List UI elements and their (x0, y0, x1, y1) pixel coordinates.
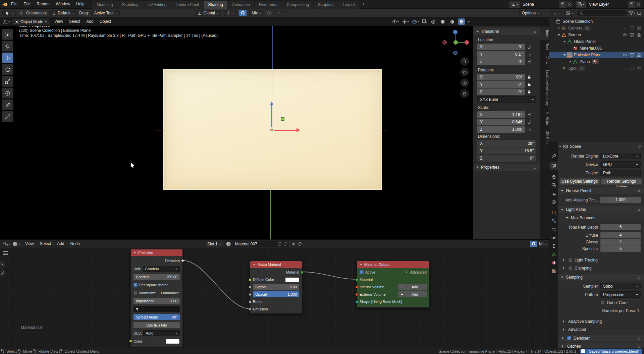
transform-panel-header[interactable]: Transform (474, 28, 540, 35)
mode-select[interactable]: Object Mode (12, 18, 50, 25)
outliner-display-mode[interactable] (551, 10, 562, 16)
location-field[interactable]: Y0.1" (477, 51, 525, 58)
monitor-icon[interactable] (630, 53, 634, 57)
rotation-field[interactable]: Y0° (477, 81, 525, 88)
drag-handle-icon[interactable] (532, 31, 537, 33)
blender-logo-icon[interactable] (2, 1, 8, 7)
aa-value-field[interactable]: 1.000 (600, 197, 641, 203)
material-name-field[interactable]: Material.007 (233, 241, 290, 247)
expand-icon[interactable] (568, 46, 572, 50)
sigma-input-socket[interactable] (249, 286, 252, 289)
shader-menu-item[interactable]: View (22, 240, 37, 248)
gizmo-plane-handle[interactable] (281, 117, 284, 121)
render-settings-helper-button[interactable]: Render Settings Helper (601, 178, 642, 185)
slot-select[interactable]: Slot 1 (205, 241, 224, 247)
sidebar-tab[interactable]: LuxCoreOnlineLibrary (540, 67, 549, 109)
diffuse-input-socket[interactable] (249, 278, 252, 281)
use-ies-file-button[interactable]: Use IES File (133, 322, 180, 328)
tool-measure-button[interactable] (2, 111, 13, 122)
importance-slider[interactable]: Importance1.00 (133, 298, 180, 304)
sidebar-tab[interactable]: 3D-Print (540, 128, 549, 148)
overlay-dropdown[interactable] (539, 242, 546, 246)
light-paths-section[interactable]: Light Paths (558, 206, 644, 213)
drag-handle-icon[interactable] (532, 166, 537, 169)
viewport-menu-item[interactable]: View (51, 17, 66, 26)
copy-material-icon[interactable] (283, 242, 287, 246)
tab-scene[interactable] (549, 190, 558, 198)
tab-modifiers[interactable] (549, 217, 558, 225)
matte-material-node[interactable]: Matte Material Material Diffuse Color Si… (250, 261, 302, 314)
tab-world[interactable] (549, 198, 558, 206)
sidebar-tab[interactable]: Item (540, 27, 549, 40)
bounce-value-field[interactable]: 4 (600, 239, 641, 245)
snap-node-toggle[interactable] (530, 241, 537, 247)
transform-orientation-select[interactable]: Global (195, 10, 221, 16)
workspace-tab[interactable]: Compositing (282, 1, 313, 9)
outliner-scope-select[interactable] (564, 10, 575, 16)
emission-node[interactable]: Emission Emission Unit:Candela Candela15… (130, 249, 183, 348)
monitor-icon[interactable] (630, 66, 634, 71)
scene-browse-button[interactable] (509, 1, 520, 8)
monitor-icon[interactable] (630, 33, 634, 37)
menu-item[interactable]: Edit (20, 0, 34, 8)
object-visibility-dropdown[interactable] (392, 19, 399, 24)
tab-material[interactable] (549, 259, 558, 267)
shading-solid-button[interactable] (439, 18, 446, 25)
tab-physics[interactable] (549, 234, 558, 242)
workspace-tab[interactable]: Scripting (314, 1, 338, 9)
menu-item[interactable]: Help (73, 0, 88, 8)
rotation-field[interactable]: Z0° (477, 88, 525, 95)
material-input-socket[interactable] (355, 278, 358, 281)
remove-view-layer-button[interactable] (635, 2, 642, 6)
caches-section[interactable]: Caches (558, 343, 644, 348)
sidebar-tab[interactable]: View (540, 53, 549, 67)
overlays-dropdown[interactable] (412, 19, 419, 24)
nav-axis-x[interactable] (465, 40, 469, 45)
pattern-select[interactable]: Progressive (600, 291, 641, 298)
outliner-search-input[interactable] (577, 10, 627, 16)
editor-type-button[interactable] (3, 241, 11, 247)
eye-closed-icon[interactable] (623, 66, 627, 71)
xray-toggle[interactable] (422, 19, 427, 24)
light-tracing-checkbox[interactable] (568, 258, 572, 262)
perspective-toggle-button[interactable] (460, 89, 469, 98)
outliner-row[interactable]: Spot (549, 65, 644, 72)
color-swatch[interactable] (166, 339, 180, 344)
tool-select-box-button[interactable] (2, 29, 13, 40)
nav-axis-y[interactable] (453, 40, 458, 45)
advanced-row[interactable]: Advanced (562, 327, 586, 333)
nav-axis-z-neg[interactable] (453, 51, 458, 55)
candela-slider[interactable]: Candela159.00 (133, 274, 180, 280)
drag-select[interactable]: Active Tool (91, 10, 120, 16)
outliner-row[interactable]: Emissive Plane (549, 52, 644, 58)
bounce-value-field[interactable]: 4 (600, 232, 641, 238)
tool-transform-button[interactable] (2, 87, 13, 99)
dimension-field[interactable]: X28" (477, 140, 536, 147)
eye-closed-icon[interactable] (623, 26, 627, 31)
expand-icon[interactable] (562, 53, 567, 57)
workspace-tab[interactable]: Layout (338, 1, 359, 9)
bounce-value-field[interactable]: 6 (600, 245, 641, 252)
nav-axis-z[interactable] (453, 30, 458, 34)
blend-mode-select[interactable]: Mix (249, 10, 264, 16)
viewport-menu-item[interactable]: Select (66, 17, 83, 26)
denoiser-section[interactable]: Denoiser (558, 335, 644, 342)
workspace-tab[interactable]: Modeling (92, 1, 117, 9)
tool-scale-button[interactable] (2, 76, 13, 87)
lock-icon[interactable] (527, 60, 531, 64)
add-exterior-volume-button[interactable]: +Add (398, 291, 427, 297)
workspace-tab[interactable]: Rendering (255, 1, 282, 9)
outliner-row[interactable]: Glass Panel (549, 38, 644, 45)
render-engine-select[interactable]: LuxCore (600, 153, 641, 159)
clamping-row[interactable]: Clamping (562, 265, 592, 271)
tab-constraints[interactable] (549, 242, 558, 250)
material-output-socket[interactable] (301, 271, 304, 274)
new-scene-button[interactable] (559, 1, 566, 8)
lock-icon[interactable] (527, 113, 531, 117)
per-square-meter-checkbox[interactable] (133, 283, 138, 287)
saved-notification[interactable]: Saved "glass properties.blend" (580, 349, 642, 354)
menu-item[interactable]: File (8, 0, 20, 8)
expand-icon[interactable] (557, 66, 561, 70)
diffuse-color-swatch[interactable] (285, 277, 299, 282)
max-bounces-subsection[interactable]: Max Bounces (558, 215, 644, 221)
